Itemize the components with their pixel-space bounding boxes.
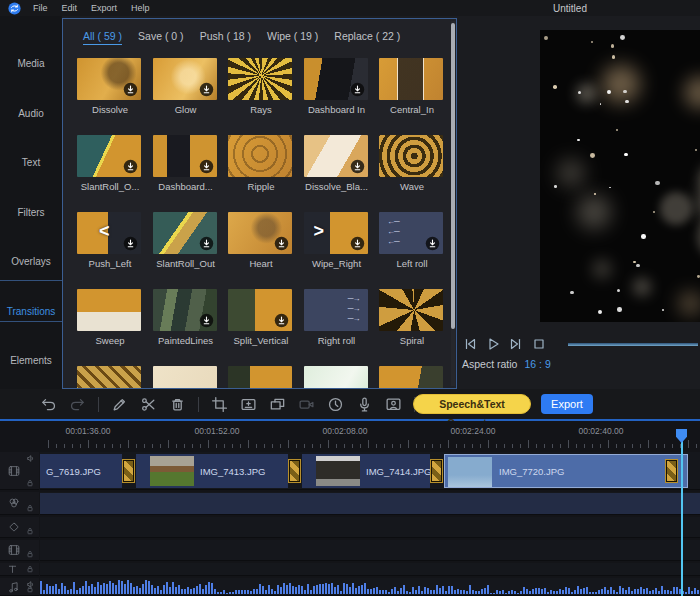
lock-icon[interactable] (26, 565, 34, 573)
menu-item-help[interactable]: Help (131, 3, 150, 13)
sidebar-item-audio[interactable]: Audio (0, 106, 62, 122)
timeline-transition-icon[interactable] (288, 459, 301, 483)
transition-item-right_roll[interactable]: ─→─→─→Right roll (299, 289, 375, 366)
tab-wipe[interactable]: Wipe ( 19 ) (267, 30, 318, 45)
transition-item[interactable] (374, 366, 450, 389)
scissors-icon[interactable] (140, 396, 157, 413)
menu-item-file[interactable]: File (33, 3, 48, 13)
transition-item-glow[interactable]: Glow (148, 58, 224, 135)
overlay-clip[interactable] (40, 493, 700, 514)
menu-item-export[interactable]: Export (91, 3, 117, 13)
transition-item[interactable] (299, 366, 375, 389)
sidebar-item-elements[interactable]: Elements (0, 353, 62, 369)
timeline-transition-icon[interactable] (430, 459, 443, 483)
download-icon[interactable] (123, 82, 138, 97)
transition-item-wipe_right[interactable]: >Wipe_Right (299, 212, 375, 289)
app-logo-icon[interactable] (8, 2, 21, 15)
transition-item[interactable] (148, 366, 224, 389)
presenter-icon[interactable] (385, 396, 402, 413)
caption-icon[interactable] (240, 396, 257, 413)
transition-item[interactable] (72, 366, 148, 389)
preview-viewport[interactable] (540, 30, 700, 322)
download-icon[interactable] (199, 236, 214, 251)
lock-icon[interactable] (26, 504, 34, 512)
transition-item-heart[interactable]: Heart (223, 212, 299, 289)
lock-icon[interactable] (26, 585, 34, 593)
transition-item-ripple[interactable]: Ripple (223, 135, 299, 212)
download-icon[interactable] (123, 159, 138, 174)
pip-track-content[interactable] (40, 540, 700, 561)
transition-item-dashboard2[interactable]: Dashboard... (148, 135, 224, 212)
transition-item-wave[interactable]: Wave (374, 135, 450, 212)
export-button[interactable]: Export (541, 394, 593, 414)
preview-progress-bar[interactable] (568, 343, 698, 346)
download-icon[interactable] (274, 313, 289, 328)
download-icon[interactable] (199, 159, 214, 174)
transition-item-sweep[interactable]: Sweep (72, 289, 148, 366)
download-icon[interactable] (199, 313, 214, 328)
speaker-icon[interactable] (26, 454, 35, 463)
download-icon[interactable] (350, 159, 365, 174)
playhead-handle[interactable] (676, 429, 687, 443)
transition-item-split_vertical[interactable]: Split_Vertical (223, 289, 299, 366)
transition-item-dashboard_in[interactable]: Dashboard In (299, 58, 375, 135)
transition-item-push_left[interactable]: <Push_Left (72, 212, 148, 289)
timeline-transition-icon[interactable] (665, 459, 678, 483)
transition-item-rays[interactable]: Rays (223, 58, 299, 135)
download-icon[interactable] (350, 82, 365, 97)
lock-icon[interactable] (26, 550, 34, 558)
trash-icon[interactable] (169, 396, 186, 413)
menu-item-edit[interactable]: Edit (62, 3, 78, 13)
overlay-track-content[interactable] (40, 492, 700, 515)
stop-icon[interactable] (531, 336, 547, 352)
video-track-content[interactable]: G_7619.JPGIMG_7413.JPGIMG_7414.JPGIMG_77… (40, 452, 700, 490)
sidebar-item-media[interactable]: Media (0, 56, 62, 72)
tab-replace[interactable]: Replace ( 22 ) (334, 30, 400, 45)
transition-item-spiral[interactable]: Spiral (374, 289, 450, 366)
step-back-icon[interactable] (462, 336, 478, 352)
lock-icon[interactable] (26, 479, 34, 487)
transition-item-paintedlines[interactable]: PaintedLines (148, 289, 224, 366)
download-icon[interactable] (123, 236, 138, 251)
transition-item-dissolve_bla[interactable]: Dissolve_Bla... (299, 135, 375, 212)
download-icon[interactable] (199, 82, 214, 97)
step-forward-icon[interactable] (508, 336, 524, 352)
tab-all[interactable]: All ( 59 ) (83, 30, 122, 45)
filter-track-content[interactable] (40, 517, 700, 538)
transition-item-dissolve[interactable]: Dissolve (72, 58, 148, 135)
frames-icon[interactable] (269, 396, 286, 413)
scrollbar-thumb[interactable] (451, 23, 455, 329)
transition-item-central_in[interactable]: Central_In (374, 58, 450, 135)
tab-push[interactable]: Push ( 18 ) (200, 30, 251, 45)
sidebar-item-transitions[interactable]: Transitions (0, 304, 62, 320)
aspect-ratio-value[interactable]: 16 : 9 (524, 358, 550, 370)
clock-icon[interactable] (327, 396, 344, 413)
speech-text-converter-button[interactable]: Speech&Text Converter (413, 394, 531, 414)
sidebar-item-overlays[interactable]: Overlays (0, 254, 62, 270)
tab-save[interactable]: Save ( 0 ) (138, 30, 184, 45)
transition-item-left_roll[interactable]: ←─←─←─Left roll (374, 212, 450, 289)
scrollbar-track[interactable] (451, 21, 455, 386)
timeline-transition-icon[interactable] (122, 459, 135, 483)
transition-item-slantroll_o[interactable]: SlantRoll_O... (72, 135, 148, 212)
pencil-icon[interactable] (111, 396, 128, 413)
transition-item[interactable] (223, 366, 299, 389)
crop-icon[interactable] (211, 396, 228, 413)
download-icon[interactable] (350, 236, 365, 251)
timeline-clip[interactable]: IMG_7413.JPG (136, 454, 288, 488)
sidebar-item-text[interactable]: Text (0, 155, 62, 171)
transition-item-slantroll_out[interactable]: SlantRoll_Out (148, 212, 224, 289)
mic-icon[interactable] (356, 396, 373, 413)
undo-icon[interactable] (40, 396, 57, 413)
play-icon[interactable] (485, 336, 501, 352)
lock-icon[interactable] (26, 527, 34, 535)
timeline-clip[interactable]: IMG_7414.JPG (302, 454, 430, 488)
text-track-content[interactable] (40, 563, 700, 576)
audio-track-content[interactable] (40, 578, 700, 596)
download-icon[interactable] (425, 236, 440, 251)
download-icon[interactable] (274, 236, 289, 251)
timeline-clip[interactable]: IMG_7720.JPG (444, 454, 688, 488)
audio-waveform[interactable] (40, 578, 700, 594)
timeline-clip[interactable]: G_7619.JPG (40, 454, 122, 488)
sidebar-item-filters[interactable]: Filters (0, 205, 62, 221)
